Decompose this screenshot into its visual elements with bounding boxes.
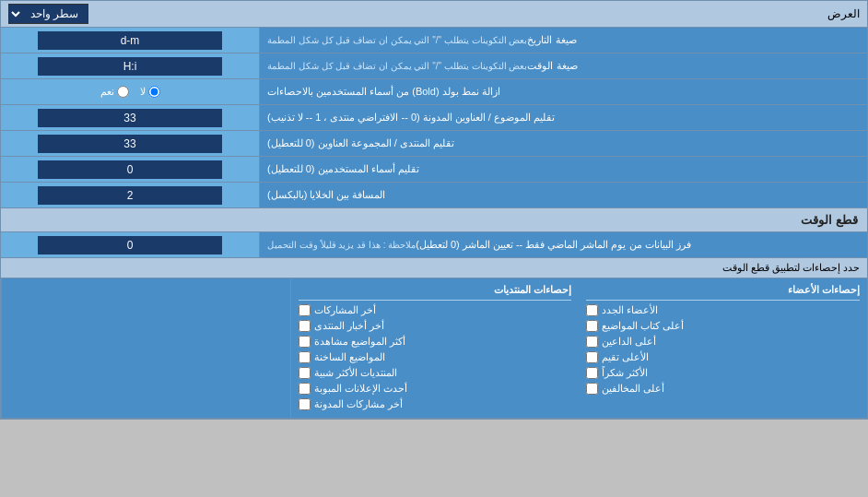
cb-top-rated-input[interactable] (586, 351, 598, 363)
cb-most-thanks: الأكثر شكراً (586, 367, 860, 379)
date-format-label: صيغة التاريخ بعض التكوينات يتطلب "/" الت… (259, 28, 867, 53)
trim-forum-label: تقليم المنتدى / المجموعة العناوين (0 للت… (259, 131, 867, 156)
trim-usernames-input[interactable] (38, 160, 222, 179)
trim-subject-input-cell (1, 105, 259, 130)
view-select[interactable]: سطر واحدسطرينثلاثة أسطر (8, 4, 88, 24)
checkboxes-header: حدد إحصاءات لتطبيق قطع الوقت (1, 258, 867, 278)
cell-spacing-row: المسافة بين الخلايا (بالبكسل) (1, 183, 867, 208)
cell-spacing-input-cell (1, 183, 259, 207)
cb-last-posts: أخر المشاركات (299, 304, 572, 316)
cell-spacing-input[interactable] (38, 186, 222, 205)
top-label: العرض (827, 7, 860, 20)
time-format-label: صيغة الوقت بعض التكوينات يتطلب "/" التي … (259, 53, 867, 78)
cb-top-violators: أعلى المخالفين (586, 383, 860, 395)
radio-no[interactable] (148, 86, 160, 98)
time-format-input-cell (1, 53, 259, 78)
checkbox-col-forums: إحصاءات المنتديات أخر المشاركات أخر أخبا… (290, 278, 580, 418)
radio-yes[interactable] (117, 86, 129, 98)
trim-subject-label: تقليم الموضوع / العناوين المدونة (0 -- ا… (259, 105, 867, 130)
checkboxes-body: إحصاءات الأعضاء الأعضاء الجدد أعلى كتاب … (1, 278, 867, 418)
radio-no-label: لا (140, 86, 160, 98)
col-header-members: إحصاءات الأعضاء (586, 282, 860, 301)
bold-remove-row: ازالة نمط بولد (Bold) من أسماء المستخدمي… (1, 79, 867, 105)
cb-last-posts-input[interactable] (299, 304, 311, 316)
cb-hot-topics: المواضيع الساخنة (299, 351, 572, 363)
trim-usernames-row: تقليم أسماء المستخدمين (0 للتعطيل) (1, 157, 867, 183)
checkboxes-section: حدد إحصاءات لتطبيق قطع الوقت إحصاءات الأ… (1, 258, 867, 419)
time-format-input[interactable] (38, 57, 222, 76)
cb-classifieds-input[interactable] (299, 383, 311, 395)
cutoff-section-header: قطع الوقت (1, 208, 867, 232)
trim-usernames-label: تقليم أسماء المستخدمين (0 للتعطيل) (259, 157, 867, 182)
cb-last-news-input[interactable] (299, 320, 311, 332)
bold-remove-label: ازالة نمط بولد (Bold) من أسماء المستخدمي… (259, 79, 867, 104)
main-container: العرض سطر واحدسطرينثلاثة أسطر صيغة التار… (0, 0, 868, 420)
cb-top-inviters: أعلى الداعين (586, 336, 860, 348)
cutoff-row: فرز البيانات من يوم الماشر الماضي فقط --… (1, 232, 867, 258)
radio-yes-label: نعم (100, 86, 129, 98)
cb-new-members-input[interactable] (586, 304, 598, 316)
trim-forum-row: تقليم المنتدى / المجموعة العناوين (0 للت… (1, 131, 867, 157)
cutoff-label: فرز البيانات من يوم الماشر الماضي فقط --… (259, 232, 867, 257)
cb-top-authors: أعلى كتاب المواضيع (586, 320, 860, 332)
cb-top-rated: الأعلى تقيم (586, 351, 860, 363)
date-format-input[interactable] (38, 31, 222, 50)
date-format-row: صيغة التاريخ بعض التكوينات يتطلب "/" الت… (1, 28, 867, 53)
col-header-forums: إحصاءات المنتديات (299, 282, 572, 301)
trim-usernames-input-cell (1, 157, 259, 182)
checkbox-col-members: إحصاءات الأعضاء الأعضاء الجدد أعلى كتاب … (579, 278, 867, 418)
cb-last-news: أخر أخبار المنتدى (299, 320, 572, 332)
cell-spacing-label: المسافة بين الخلايا (بالبكسل) (259, 183, 867, 207)
checkbox-col-empty (1, 278, 290, 418)
cb-top-violators-input[interactable] (586, 383, 598, 395)
cb-last-blog-input[interactable] (299, 398, 311, 410)
cb-similar-forums: المنتديات الأكثر شبية (299, 367, 572, 379)
cb-top-authors-input[interactable] (586, 320, 598, 332)
cb-new-members: الأعضاء الجدد (586, 304, 860, 316)
trim-subject-row: تقليم الموضوع / العناوين المدونة (0 -- ا… (1, 105, 867, 131)
date-format-input-cell (1, 28, 259, 53)
cb-last-blog: أخر مشاركات المدونة (299, 398, 572, 410)
trim-forum-input-cell (1, 131, 259, 156)
cutoff-input-cell (1, 232, 259, 257)
bold-remove-radios: لا نعم (1, 79, 259, 104)
time-format-row: صيغة الوقت بعض التكوينات يتطلب "/" التي … (1, 53, 867, 79)
cb-similar-forums-input[interactable] (299, 367, 311, 379)
trim-subject-input[interactable] (38, 109, 222, 127)
cb-most-viewed-input[interactable] (299, 336, 311, 348)
cb-most-viewed: أكثر المواضيع مشاهدة (299, 336, 572, 348)
cb-most-thanks-input[interactable] (586, 367, 598, 379)
trim-forum-input[interactable] (38, 135, 222, 153)
cutoff-input[interactable] (38, 236, 222, 254)
cb-top-inviters-input[interactable] (586, 336, 598, 348)
cb-hot-topics-input[interactable] (299, 351, 311, 363)
top-row: العرض سطر واحدسطرينثلاثة أسطر (1, 1, 867, 28)
cb-classifieds: أحدث الإعلانات المبوبة (299, 383, 572, 395)
